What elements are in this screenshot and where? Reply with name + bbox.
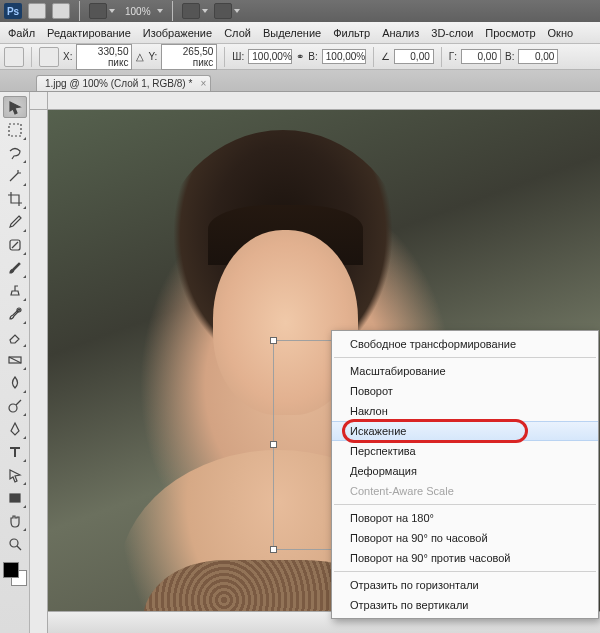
context-menu-separator [334, 504, 596, 505]
menu-bar: Файл Редактирование Изображение Слой Выд… [0, 22, 600, 44]
lasso-tool[interactable] [3, 142, 27, 164]
menu-file[interactable]: Файл [2, 22, 41, 44]
zoom-display[interactable]: 100% [125, 6, 151, 17]
transform-handle-ml[interactable] [270, 441, 277, 448]
link-icon[interactable]: ⚭ [296, 51, 304, 62]
ctx-item-fliph[interactable]: Отразить по горизонтали [332, 575, 598, 595]
ctx-item-rot90cw[interactable]: Поворот на 90° по часовой [332, 528, 598, 548]
blur-tool[interactable] [3, 372, 27, 394]
marquee-tool[interactable] [3, 119, 27, 141]
transform-handle-tl[interactable] [270, 337, 277, 344]
type-tool[interactable] [3, 441, 27, 463]
h-field[interactable]: 100,00% [322, 49, 366, 64]
ruler-horizontal[interactable] [48, 92, 600, 110]
chevron-down-icon[interactable] [157, 9, 163, 13]
x-field[interactable]: 330,50 пикс [76, 44, 132, 70]
context-menu-separator [334, 571, 596, 572]
clone-stamp-tool[interactable] [3, 280, 27, 302]
svg-rect-5 [10, 494, 20, 502]
app-title-bar: Ps 100% [0, 0, 600, 22]
minibridge-icon[interactable] [52, 3, 70, 19]
ctx-item-free_transform[interactable]: Свободное трансформирование [332, 334, 598, 354]
ctx-item-rotate[interactable]: Поворот [332, 381, 598, 401]
chevron-down-icon[interactable] [109, 9, 115, 13]
zoom-tool[interactable] [3, 533, 27, 555]
healing-brush-tool[interactable] [3, 234, 27, 256]
path-selection-tool[interactable] [3, 464, 27, 486]
menu-filter[interactable]: Фильтр [327, 22, 376, 44]
menu-analysis[interactable]: Анализ [376, 22, 425, 44]
transform-context-menu: Свободное трансформированиеМасштабирован… [331, 330, 599, 619]
bridge-icon[interactable] [28, 3, 46, 19]
chevron-down-icon[interactable] [234, 9, 240, 13]
view-extras-icon[interactable] [182, 3, 200, 19]
menu-3d[interactable]: 3D-слои [425, 22, 479, 44]
y-field[interactable]: 265,50 пикс [161, 44, 217, 70]
ctx-item-skew[interactable]: Наклон [332, 401, 598, 421]
history-brush-tool[interactable] [3, 303, 27, 325]
ctx-item-flipv[interactable]: Отразить по вертикали [332, 595, 598, 615]
menu-layer[interactable]: Слой [218, 22, 257, 44]
screen-mode-icon[interactable] [89, 3, 107, 19]
options-bar: X: 330,50 пикс △ Y: 265,50 пикс Ш: 100,0… [0, 44, 600, 70]
hskew-label: Г: [449, 51, 457, 62]
document-tab-row: 1.jpg @ 100% (Слой 1, RGB/8) * × [0, 70, 600, 92]
color-swatches[interactable] [3, 562, 27, 586]
ctx-item-rot180[interactable]: Поворот на 180° [332, 508, 598, 528]
app-logo: Ps [4, 3, 22, 19]
context-menu-separator [334, 357, 596, 358]
x-label: X: [63, 51, 72, 62]
angle-field[interactable]: 0,00 [394, 49, 434, 64]
w-field[interactable]: 100,00% [248, 49, 292, 64]
arrange-icon[interactable] [214, 3, 232, 19]
ctx-item-content_aware: Content-Aware Scale [332, 481, 598, 501]
transform-handle-bl[interactable] [270, 546, 277, 553]
brush-tool[interactable] [3, 257, 27, 279]
magic-wand-tool[interactable] [3, 165, 27, 187]
svg-point-6 [10, 539, 18, 547]
crop-tool[interactable] [3, 188, 27, 210]
ctx-item-distort[interactable]: Искажение [332, 421, 598, 441]
ctx-item-perspective[interactable]: Перспектива [332, 441, 598, 461]
ruler-vertical[interactable] [30, 110, 48, 633]
toolbox [0, 92, 30, 633]
eyedropper-tool[interactable] [3, 211, 27, 233]
ctx-item-scale[interactable]: Масштабирование [332, 361, 598, 381]
pen-tool[interactable] [3, 418, 27, 440]
menu-edit[interactable]: Редактирование [41, 22, 137, 44]
close-icon[interactable]: × [200, 78, 206, 89]
hand-tool[interactable] [3, 510, 27, 532]
h-label: В: [308, 51, 317, 62]
svg-point-4 [9, 404, 17, 412]
ctx-item-rot90ccw[interactable]: Поворот на 90° против часовой [332, 548, 598, 568]
y-label: Y: [148, 51, 157, 62]
rectangle-tool[interactable] [3, 487, 27, 509]
document-tab[interactable]: 1.jpg @ 100% (Слой 1, RGB/8) * × [36, 75, 211, 91]
document-tab-title: 1.jpg @ 100% (Слой 1, RGB/8) * [45, 78, 192, 89]
vskew-field[interactable]: 0,00 [518, 49, 558, 64]
reference-point-icon[interactable] [39, 47, 59, 67]
w-label: Ш: [232, 51, 244, 62]
delta-icon[interactable]: △ [136, 51, 144, 62]
angle-icon: ∠ [381, 51, 390, 62]
gradient-tool[interactable] [3, 349, 27, 371]
eraser-tool[interactable] [3, 326, 27, 348]
menu-window[interactable]: Окно [542, 22, 580, 44]
menu-view[interactable]: Просмотр [479, 22, 541, 44]
svg-rect-0 [9, 124, 21, 136]
chevron-down-icon[interactable] [202, 9, 208, 13]
vskew-label: В: [505, 51, 514, 62]
foreground-color-swatch[interactable] [3, 562, 19, 578]
transform-tool-icon[interactable] [4, 47, 24, 67]
menu-select[interactable]: Выделение [257, 22, 327, 44]
menu-image[interactable]: Изображение [137, 22, 218, 44]
move-tool[interactable] [3, 96, 27, 118]
dodge-tool[interactable] [3, 395, 27, 417]
hskew-field[interactable]: 0,00 [461, 49, 501, 64]
ruler-corner [30, 92, 48, 110]
ctx-item-warp[interactable]: Деформация [332, 461, 598, 481]
